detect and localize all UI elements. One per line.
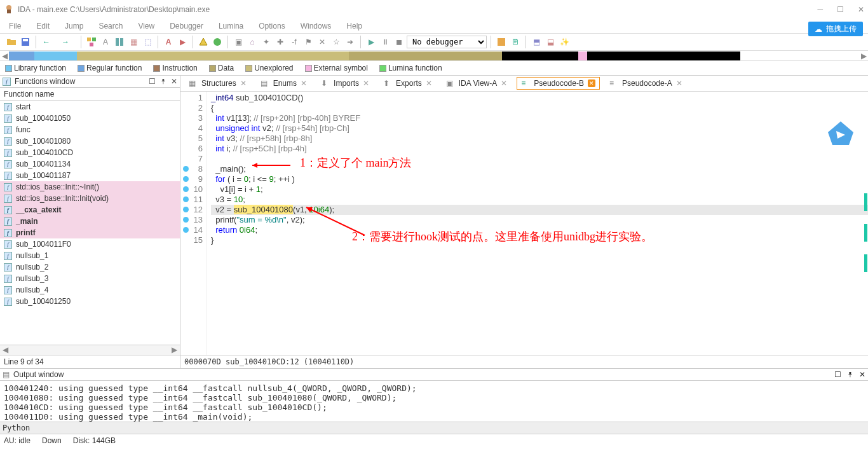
function-item[interactable]: fsub_100401187 [0,170,180,181]
output-icon: ▤ [3,370,10,379]
function-item[interactable]: fsub_1004011F0 [0,238,180,250]
binary-icon[interactable] [113,36,126,48]
back-icon[interactable]: ← [40,36,53,48]
tab-enums[interactable]: ▤Enums✕ [256,77,311,90]
h-scrollbar[interactable]: ◀▶ [0,345,180,355]
forward-icon[interactable]: → [59,36,72,48]
function-item[interactable]: f__cxa_atexit [0,204,180,216]
menu-debugger[interactable]: Debugger [170,22,203,31]
tab-close-icon[interactable]: ✕ [363,79,369,88]
nav-track[interactable] [9,52,859,60]
tab-pseudocode-b[interactable]: ≡Pseudocode-B✕ [517,77,600,90]
function-item[interactable]: fprintf [0,227,180,238]
menu-jump[interactable]: Jump [65,22,83,31]
nav-right-icon[interactable]: ▶ [859,52,868,60]
function-item[interactable]: fsub_100401050 [0,113,180,124]
run-icon[interactable]: ▶ [365,36,377,48]
functions-title: Functions window [15,77,145,86]
function-item[interactable]: fsub_100401134 [0,158,180,170]
db1-icon[interactable] [495,36,508,48]
output-close-icon[interactable]: ✕ [859,370,865,379]
tab-close-icon[interactable]: ✕ [501,79,507,88]
tab-close-icon[interactable]: ✕ [588,79,595,87]
menu-help[interactable]: Help [346,22,362,31]
tool3-icon[interactable]: -f [288,36,301,48]
code-status: 0000070D sub_1004010CD:12 (10040110D) [180,355,868,368]
text-icon[interactable]: A [99,36,112,48]
go-icon[interactable] [211,36,224,48]
close-icon[interactable]: ✕ [858,5,864,14]
python-bar[interactable]: Python [0,422,868,434]
restore-icon[interactable]: ☐ [149,77,156,86]
menu-view[interactable]: View [138,22,154,31]
flag-icon[interactable]: ⚑ [302,36,315,48]
function-item[interactable]: ffunc [0,124,180,135]
bird-icon[interactable] [825,120,857,151]
tool6-icon[interactable]: ☆ [330,36,342,48]
tool2-icon[interactable]: ✚ [274,36,287,48]
tab-imports[interactable]: ⬇Imports✕ [316,77,374,90]
tab-ida-view-a[interactable]: ▣IDA View-A✕ [442,77,512,90]
output-pin-icon[interactable]: 🖈 [846,370,854,379]
save-icon[interactable] [19,36,32,48]
lum3-icon[interactable]: ✨ [558,36,571,48]
function-item[interactable]: fstd::ios_base::Init::Init(void) [0,193,180,204]
menu-file[interactable]: File [9,22,21,31]
functions-header[interactable]: Function name [0,88,180,101]
open-icon[interactable] [5,36,18,48]
pause-icon[interactable]: ⏸ [379,36,391,48]
tab-exports[interactable]: ⬆Exports✕ [379,77,437,90]
output-title: Output window [13,370,834,379]
tool7-icon[interactable]: ➜ [344,36,356,48]
output-restore-icon[interactable]: ☐ [834,370,841,379]
house-icon[interactable]: ⌂ [246,36,259,48]
function-item[interactable]: fsub_1004010CD [0,147,180,158]
tab-structures[interactable]: ▦Structures✕ [184,77,251,90]
function-item[interactable]: f_main [0,216,180,227]
tab-close-icon[interactable]: ✕ [301,79,307,88]
function-icon: f [4,252,12,260]
stamp-icon[interactable]: ▣ [232,36,245,48]
db2-icon[interactable]: 🖹 [509,36,522,48]
pin-icon[interactable]: 🖈 [159,77,167,86]
tab-close-icon[interactable]: ✕ [676,79,682,88]
warn-icon[interactable] [197,36,210,48]
menu-edit[interactable]: Edit [36,22,50,31]
function-item[interactable]: fnullsub_2 [0,261,180,273]
tool1-icon[interactable]: ✦ [260,36,273,48]
code-area[interactable]: 123456789101112131415 _int64 sub_1004010… [180,92,868,355]
lum1-icon[interactable]: ⬒ [530,36,543,48]
function-item[interactable]: fnullsub_1 [0,250,180,261]
tab-pseudocode-a[interactable]: ≡Pseudocode-A✕ [605,77,687,90]
search-text-icon[interactable]: A [162,36,175,48]
graph-icon[interactable]: ▦ [127,36,140,48]
search-next-icon[interactable]: ▶ [176,36,189,48]
function-item[interactable]: fsub_100401250 [0,296,180,307]
menu-lumina[interactable]: Lumina [219,22,243,31]
stop-icon[interactable]: ◼ [393,36,405,48]
app-icon [4,4,14,15]
svg-rect-1 [7,10,11,13]
link-icon[interactable]: ⬚ [141,36,154,48]
nav-left-icon[interactable]: ◀ [0,52,9,60]
output-body[interactable]: 100401240: using guessed type __int64 __… [0,381,868,422]
function-item[interactable]: fsub_100401080 [0,135,180,147]
tool5-icon[interactable]: ✕ [316,36,329,48]
function-item[interactable]: fnullsub_3 [0,273,180,284]
upload-button[interactable]: ☁ 拖拽上传 [808,22,863,36]
menu-search[interactable]: Search [98,22,123,31]
function-item[interactable]: fnullsub_4 [0,284,180,296]
svg-rect-3 [23,39,28,41]
tab-close-icon[interactable]: ✕ [426,79,432,88]
boxes-icon[interactable] [85,36,98,48]
menu-windows[interactable]: Windows [301,22,332,31]
maximize-icon[interactable]: ☐ [837,5,844,14]
tab-close-icon[interactable]: ✕ [240,79,247,88]
function-item[interactable]: fstart [0,101,180,113]
function-item[interactable]: fstd::ios_base::Init::~Init() [0,181,180,193]
menu-options[interactable]: Options [259,22,285,31]
minimize-icon[interactable]: ─ [817,5,823,14]
debugger-select[interactable]: No debugger [407,36,487,48]
close-panel-icon[interactable]: ✕ [171,77,177,86]
lum2-icon[interactable]: ⬓ [544,36,557,48]
